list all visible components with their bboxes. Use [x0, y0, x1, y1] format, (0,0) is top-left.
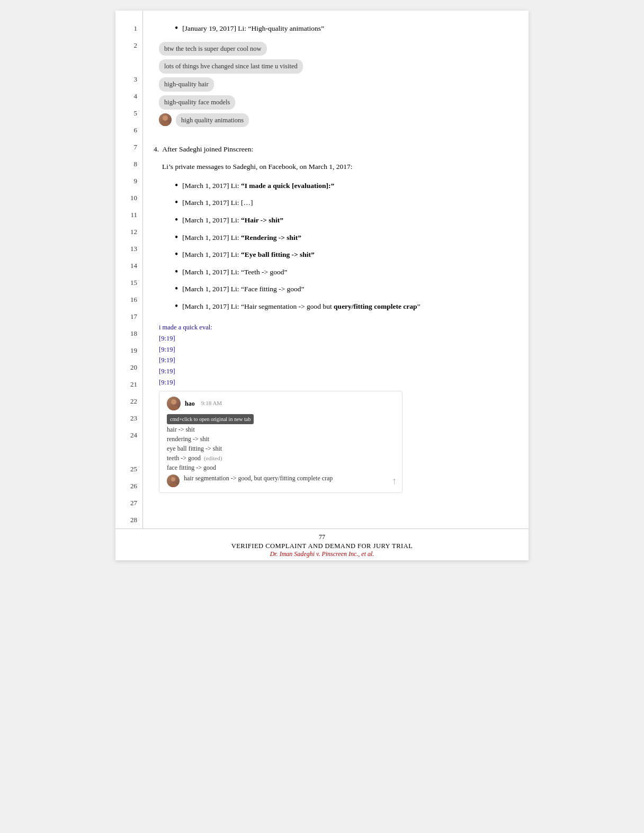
timestamp-link-23[interactable]: [9:19]: [159, 378, 507, 388]
bubble-text-5: high-quality face models: [159, 95, 235, 110]
bullet-item-10: • [March 1, 2017] Li: “I made a quick [e…: [175, 180, 334, 193]
bubble-text-3: lots of things hve changed since last ti…: [159, 59, 303, 74]
line-6: 6: [115, 122, 142, 139]
eval-label: i made a quick eval:: [159, 324, 212, 331]
line-7: 7: [115, 139, 142, 156]
line-22: 22: [115, 393, 142, 410]
fb-avatar-face: [167, 397, 181, 410]
fb-tooltip: cmd+click to open original in new tab: [167, 414, 395, 425]
line-24: 24: [115, 427, 142, 461]
fb-line-face: face fitting -> good: [167, 463, 395, 472]
section-4-heading: 4. After Sadeghi joined Pinscreen:: [154, 144, 253, 155]
fb-sender-name: hao: [185, 399, 195, 408]
bullet-item-16: • [March 1, 2017] Li: “Face fitting -> g…: [175, 283, 305, 296]
bullet-text-1: [January 19, 2017] Li: “High-quality ani…: [182, 23, 324, 34]
fb-avatar: [167, 397, 181, 410]
row-8: 4. After Sadeghi joined Pinscreen:: [154, 140, 507, 159]
fb-screenshot-section: i made a quick eval: [9:19] [9:19] [9:19…: [159, 322, 507, 493]
footer-page-number: 77: [115, 533, 529, 541]
bubble-text-4: high-quality hair: [159, 77, 214, 92]
footer-title: VERIFIED COMPLAINT AND DEMAND FOR JURY T…: [115, 542, 529, 550]
line-14: 14: [115, 257, 142, 274]
row-10: • [March 1, 2017] Li: “I made a quick [e…: [154, 177, 507, 195]
chat-bubble-2: btw the tech is super duper cool now: [159, 41, 507, 57]
timestamp-link-20[interactable]: [9:19]: [159, 345, 507, 355]
avatar-face-28: [167, 474, 180, 487]
line-5: 5: [115, 105, 142, 122]
timestamp-link-19[interactable]: [9:19]: [159, 334, 507, 344]
line-2: 2: [115, 37, 142, 71]
row-7-blank: [154, 131, 507, 140]
line-18: 18: [115, 325, 142, 342]
row-9: Li’s private messages to Sadeghi, on Fac…: [154, 159, 507, 177]
avatar-svg-fb: [167, 397, 181, 410]
line-23: 23: [115, 410, 142, 427]
fb-line-rendering: rendering -> shit: [167, 434, 395, 444]
footer-subtitle: Dr. Iman Sadeghi v. Pinscreen Inc., et a…: [115, 550, 529, 558]
fb-message-header: hao 9:18 AM: [167, 397, 395, 410]
svg-point-0: [163, 115, 168, 121]
fb-message-time: 9:18 AM: [201, 399, 222, 408]
bullet-text-13: [March 1, 2017] Li: “Rendering -> shit”: [182, 232, 301, 243]
bullet-dot-10: •: [175, 180, 178, 192]
timestamp-ref-20: [9:19]: [159, 345, 507, 355]
main-content: • [January 19, 2017] Li: “High-quality a…: [143, 11, 529, 529]
timestamp-ref-19: [9:19]: [159, 334, 507, 344]
svg-point-1: [161, 121, 169, 126]
bullet-text-16: [March 1, 2017] Li: “Face fitting -> goo…: [182, 284, 304, 294]
bold-13: “Rendering -> shit”: [241, 234, 301, 241]
svg-point-3: [169, 406, 178, 410]
chat-bubble-5: high-quality face models: [159, 94, 507, 111]
row-17: • [March 1, 2017] Li: “Hair segmentation…: [154, 298, 507, 316]
timestamp-ref-22: [9:19]: [159, 366, 507, 377]
line-17: 17: [115, 308, 142, 325]
bullet-item-13: • [March 1, 2017] Li: “Rendering -> shit…: [175, 231, 301, 245]
line-25: 25: [115, 461, 142, 478]
bullet-text-10: [March 1, 2017] Li: “I made a quick [eva…: [182, 181, 334, 191]
avatar-face-6: [159, 113, 172, 126]
row-16: • [March 1, 2017] Li: “Face fitting -> g…: [154, 281, 507, 298]
bullet-text-12: [March 1, 2017] Li: “Hair -> shit”: [182, 215, 283, 226]
avatar-28: [167, 474, 180, 487]
bullet-dot-16: •: [175, 283, 178, 295]
chat-bubble-3: lots of things hve changed since last ti…: [159, 58, 507, 75]
line-numbers: 1 2 3 4 5 6 7 8 9 10 11 12 13 14 15 16 1…: [115, 11, 143, 529]
line-28: 28: [115, 512, 142, 529]
row-1: • [January 19, 2017] Li: “High-quality a…: [154, 20, 507, 38]
bullet-dot-15: •: [175, 266, 178, 278]
fb-line-28-row: hair segmentation -> good, but query/fit…: [167, 473, 395, 487]
line-26: 26: [115, 478, 142, 495]
avatar-svg-6: [159, 113, 172, 126]
row-13: • [March 1, 2017] Li: “Rendering -> shit…: [154, 229, 507, 247]
chat-bubble-4: high-quality hair: [159, 76, 507, 93]
row-12: • [March 1, 2017] Li: “Hair -> shit”: [154, 212, 507, 229]
bullet-text-14: [March 1, 2017] Li: “Eye ball fitting ->…: [182, 249, 315, 260]
timestamp-ref-21: [9:19]: [159, 355, 507, 365]
timestamp-link-21[interactable]: [9:19]: [159, 355, 507, 365]
fb-screenshot: hao 9:18 AM cmd+click to open original i…: [159, 391, 402, 493]
avatar-6: [159, 113, 172, 126]
line-8: 8: [115, 156, 142, 173]
chat-bubbles-section: btw the tech is super duper cool now lot…: [159, 41, 507, 129]
bullet-dot-17: •: [175, 301, 178, 312]
line-21: 21: [115, 376, 142, 393]
section-4-subheading: Li’s private messages to Sadeghi, on Fac…: [162, 162, 353, 172]
bullet-item-1: • [January 19, 2017] Li: “High-quality a…: [175, 22, 324, 35]
bullet-dot-1: •: [175, 23, 178, 34]
bullet-dot-11: •: [175, 197, 178, 209]
line-19: 19: [115, 342, 142, 359]
tooltip-text: cmd+click to open original in new tab: [167, 414, 254, 424]
bullet-text-15: [March 1, 2017] Li: “Teeth -> good”: [182, 267, 287, 277]
content-area: 1 2 3 4 5 6 7 8 9 10 11 12 13 14 15 16 1…: [115, 11, 529, 529]
chat-bubble-6-with-avatar: high quality animations: [159, 112, 507, 129]
bullet-text-11: [March 1, 2017] Li: […]: [182, 198, 253, 208]
bullet-dot-14: •: [175, 249, 178, 261]
fb-line-teeth: teeth -> good (edited): [167, 453, 395, 463]
share-icon[interactable]: ↑: [392, 474, 397, 488]
line-3: 3: [115, 71, 142, 88]
bold-14: “Eye ball fitting -> shit”: [241, 250, 315, 258]
fb-line-hair: hair -> shit: [167, 425, 395, 434]
timestamp-link-22[interactable]: [9:19]: [159, 366, 507, 377]
svg-point-5: [169, 483, 177, 487]
bold-12: “Hair -> shit”: [241, 216, 283, 224]
